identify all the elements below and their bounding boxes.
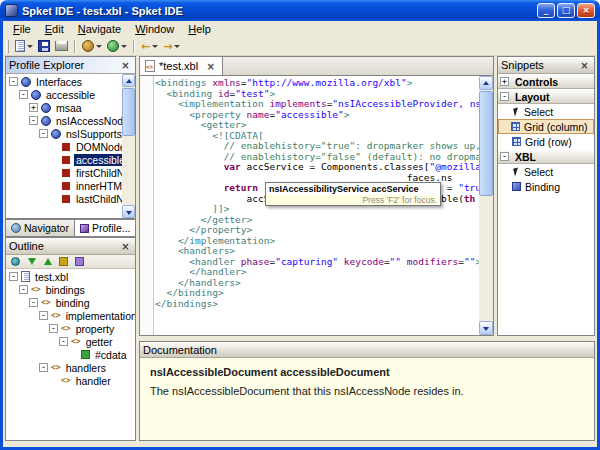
- collapse-icon[interactable]: -: [59, 337, 68, 346]
- outline-node-test-xbl[interactable]: -test.xbl: [6, 270, 135, 283]
- profile-scrollbar[interactable]: [122, 74, 135, 218]
- maximize-button[interactable]: □: [557, 3, 575, 18]
- expand-icon[interactable]: +: [29, 103, 38, 112]
- outline-node-handler[interactable]: <>handler: [6, 374, 135, 387]
- editor-scrollbar[interactable]: [479, 76, 493, 335]
- interface-icon: [41, 116, 51, 126]
- minimize-button[interactable]: _: [537, 3, 555, 18]
- snippet-grid-column[interactable]: Grid (column): [498, 119, 594, 134]
- collapse-icon[interactable]: -: [9, 272, 18, 281]
- run-button[interactable]: [105, 38, 129, 55]
- new-wizard-dropdown-icon[interactable]: [27, 45, 33, 48]
- profile-node-nsiaccessnode[interactable]: -nsIAccessNode: [6, 114, 122, 127]
- run-dropdown-icon[interactable]: [121, 45, 127, 48]
- spket-tools-dropdown-icon[interactable]: [96, 45, 102, 48]
- forward-dropdown-icon[interactable]: [174, 45, 180, 48]
- menu-item-window[interactable]: Window: [128, 22, 181, 36]
- menu-item-help[interactable]: Help: [181, 22, 218, 36]
- outline-node-handlers[interactable]: -<>handlers: [6, 361, 135, 374]
- collapse-icon[interactable]: -: [39, 129, 48, 138]
- new-wizard-button[interactable]: [13, 38, 35, 55]
- sort-up-button[interactable]: [41, 256, 54, 268]
- profile-explorer-header[interactable]: Profile Explorer ×: [6, 57, 135, 74]
- back-dropdown-icon[interactable]: [152, 45, 158, 48]
- snippets-section-xbl[interactable]: -XBL: [498, 149, 594, 164]
- snippet-binding[interactable]: Binding: [498, 179, 594, 194]
- editor-tab-row: *test.xbl ×: [139, 56, 494, 75]
- profile-node-interfaces[interactable]: -Interfaces: [6, 75, 122, 88]
- collapse-icon[interactable]: -: [29, 116, 38, 125]
- editor-tab-test-xbl[interactable]: *test.xbl ×: [140, 57, 223, 75]
- menu-item-navigate[interactable]: Navigate: [71, 22, 128, 36]
- sort-down-button[interactable]: [25, 256, 38, 268]
- filter-button[interactable]: [9, 256, 22, 268]
- outline-header[interactable]: Outline ×: [6, 238, 135, 255]
- snippet-grid-row[interactable]: Grid (row): [498, 134, 594, 149]
- outline-node-getter[interactable]: -<>getter: [6, 335, 135, 348]
- close-tab-icon[interactable]: ×: [204, 60, 217, 73]
- interface-icon: [51, 129, 61, 139]
- window-border: [0, 18, 3, 450]
- snippets-header[interactable]: Snippets ×: [498, 57, 594, 74]
- menu-item-file[interactable]: File: [6, 22, 38, 36]
- title-bar[interactable]: Spket IDE - test.xbl - Spket IDE _ □ ×: [0, 0, 600, 21]
- spket-tools-button[interactable]: [80, 38, 104, 55]
- back-button[interactable]: [139, 38, 160, 55]
- collapse-icon[interactable]: -: [9, 77, 18, 86]
- save-button[interactable]: [36, 38, 52, 55]
- documentation-header[interactable]: Documentation: [140, 342, 594, 358]
- scroll-down-icon[interactable]: [122, 205, 135, 218]
- property-icon: [62, 169, 70, 177]
- expand-icon[interactable]: +: [500, 77, 509, 86]
- view-tab-profile[interactable]: Profile...: [75, 219, 137, 237]
- profile-node-lastchildnod[interactable]: lastChildNod: [6, 192, 122, 205]
- scrollbar-thumb[interactable]: [122, 88, 135, 136]
- profile-node-firstchildno[interactable]: firstChildNo: [6, 166, 122, 179]
- profile-node-msaa[interactable]: +msaa: [6, 101, 122, 114]
- snippets-section-layout[interactable]: -Layout: [498, 89, 594, 104]
- menu-item-edit[interactable]: Edit: [38, 22, 71, 36]
- scrollbar-thumb[interactable]: [479, 91, 493, 196]
- save-icon: [38, 40, 50, 52]
- view-tab-label: Navigator: [24, 222, 69, 234]
- outline-panel: Outline × -test.xbl-<>bindings-<>binding…: [5, 237, 136, 441]
- forward-button[interactable]: [161, 38, 182, 55]
- outline-node-bindings[interactable]: -<>bindings: [6, 283, 135, 296]
- outline-node-binding[interactable]: -<>binding: [6, 296, 135, 309]
- outline-node-implementation[interactable]: -<>implementation: [6, 309, 135, 322]
- profile-node-accessible[interactable]: -accessible: [6, 88, 122, 101]
- collapse-icon[interactable]: -: [500, 92, 509, 101]
- new-wizard-icon: [15, 40, 25, 52]
- snippet-select[interactable]: Select: [498, 164, 594, 179]
- outline-node-property[interactable]: -<>property: [6, 322, 135, 335]
- view-tab-navigator[interactable]: Navigator: [5, 219, 75, 237]
- scroll-up-icon[interactable]: [479, 76, 493, 90]
- collapse-icon[interactable]: -: [39, 311, 48, 320]
- xml-icon: <>: [61, 324, 71, 334]
- scroll-up-icon[interactable]: [122, 74, 135, 87]
- editor-gutter: [140, 76, 154, 335]
- collapse-icon[interactable]: -: [49, 324, 58, 333]
- close-button[interactable]: ×: [577, 3, 595, 18]
- close-view-icon[interactable]: ×: [119, 59, 132, 72]
- profile-node-innerhtml[interactable]: innerHTML: [6, 179, 122, 192]
- collapse-icon[interactable]: -: [500, 152, 509, 161]
- profile-node-domnode[interactable]: DOMNode: [6, 140, 122, 153]
- print-button[interactable]: [53, 38, 70, 55]
- close-view-icon[interactable]: ×: [119, 240, 132, 253]
- collapse-icon[interactable]: -: [29, 298, 38, 307]
- outline-node-cdata[interactable]: #cdata: [6, 348, 135, 361]
- profile-node-accessibledo[interactable]: accessibleDo: [6, 153, 122, 166]
- collapse-all-button[interactable]: [57, 256, 70, 268]
- tree-label: bindings: [44, 284, 87, 296]
- snippets-section-controls[interactable]: +Controls: [498, 74, 594, 89]
- snippet-select[interactable]: Select: [498, 104, 594, 119]
- run-icon: [107, 40, 119, 52]
- collapse-icon[interactable]: -: [19, 285, 28, 294]
- profile-node-nsisupports[interactable]: -nsISupports: [6, 127, 122, 140]
- scroll-down-icon[interactable]: [479, 321, 493, 335]
- collapse-icon[interactable]: -: [39, 363, 48, 372]
- link-editor-button[interactable]: [73, 256, 86, 268]
- close-view-icon[interactable]: ×: [578, 59, 591, 72]
- collapse-icon[interactable]: -: [19, 90, 28, 99]
